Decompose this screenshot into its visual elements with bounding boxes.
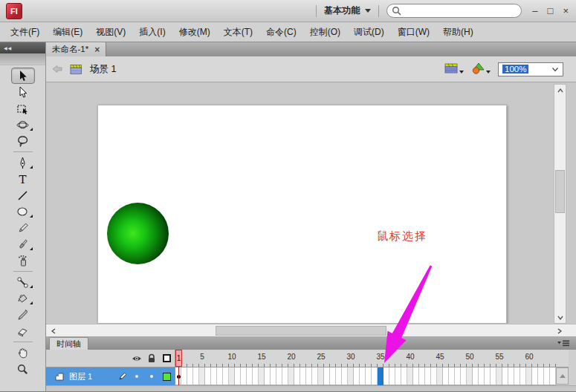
lasso-tool[interactable] xyxy=(11,133,35,149)
layer-frames-row[interactable] xyxy=(175,368,556,385)
menu-debug[interactable]: 调试(D) xyxy=(347,22,391,42)
menu-view[interactable]: 视图(V) xyxy=(89,22,132,42)
lock-all-toggle[interactable] xyxy=(146,353,158,363)
zoom-level-value: 100% xyxy=(502,65,528,74)
deco-tool[interactable] xyxy=(11,252,35,269)
subselection-tool[interactable] xyxy=(11,84,35,100)
menu-window[interactable]: 窗口(W) xyxy=(391,22,436,42)
menu-control[interactable]: 控制(O) xyxy=(303,22,347,42)
layer-visibility-dot[interactable] xyxy=(131,375,143,378)
dot-icon xyxy=(150,375,153,378)
menu-modify[interactable]: 修改(M) xyxy=(172,22,217,42)
chevron-right-icon xyxy=(557,328,562,334)
back-arrow-icon[interactable] xyxy=(52,65,62,74)
edit-symbols-button[interactable] xyxy=(471,62,491,76)
search-input[interactable] xyxy=(404,7,508,16)
outline-all-toggle[interactable] xyxy=(161,354,172,362)
ruler-ticks xyxy=(175,364,556,367)
scroll-down-button[interactable] xyxy=(554,312,566,323)
brush-tool[interactable] xyxy=(11,236,35,252)
hand-tool[interactable] xyxy=(11,344,35,361)
playhead[interactable]: 1 xyxy=(175,350,182,367)
eraser-tool[interactable] xyxy=(11,323,35,339)
layers-panel: 图层 1 xyxy=(46,350,175,385)
divider xyxy=(13,271,33,272)
collapse-arrows-icon: ◀◀ xyxy=(4,45,12,50)
text-tool[interactable]: T xyxy=(11,171,35,187)
bone-tool[interactable] xyxy=(11,274,35,290)
divider xyxy=(13,342,33,342)
menu-file[interactable]: 文件(F) xyxy=(4,22,46,42)
menu-insert[interactable]: 插入(I) xyxy=(132,22,172,42)
maximize-button[interactable]: □ xyxy=(548,6,554,16)
pencil-tool[interactable] xyxy=(11,220,35,236)
menu-edit[interactable]: 编辑(E) xyxy=(46,22,89,42)
zoom-tool[interactable] xyxy=(11,361,35,377)
document-tab[interactable]: 未命名-1* × xyxy=(46,42,106,56)
green-ball-object[interactable] xyxy=(107,203,169,264)
layer-edit-indicator xyxy=(116,372,128,382)
eraser-icon xyxy=(16,325,29,338)
tab-close-icon[interactable]: × xyxy=(94,45,100,55)
workspace-switcher[interactable]: 基本功能 xyxy=(324,4,371,17)
timeline-tab-bar: 时间轴 xyxy=(46,336,576,350)
layer-outline-color[interactable] xyxy=(161,373,172,381)
minimize-button[interactable]: – xyxy=(532,6,537,16)
pen-tool[interactable] xyxy=(11,154,35,171)
menu-text[interactable]: 文本(T) xyxy=(217,22,259,42)
green-square-icon xyxy=(163,373,171,381)
scene-icon xyxy=(70,64,82,75)
panel-collapse-button[interactable]: ◀◀ xyxy=(0,42,45,53)
paint-bucket-icon xyxy=(16,293,29,305)
ruler-label: 20 xyxy=(285,353,297,361)
ruler-label: 25 xyxy=(315,353,327,361)
vertical-scroll-thumb[interactable] xyxy=(555,170,565,213)
chevron-down-icon xyxy=(557,316,563,320)
menu-commands[interactable]: 命令(C) xyxy=(259,22,303,42)
edit-scene-button[interactable] xyxy=(444,62,464,76)
panel-grip[interactable] xyxy=(0,53,45,65)
3d-rotation-tool[interactable] xyxy=(11,117,35,133)
oval-tool[interactable] xyxy=(11,203,35,220)
scroll-right-button[interactable] xyxy=(554,325,565,336)
paint-bucket-tool[interactable] xyxy=(11,290,35,307)
menu-help[interactable]: 帮助(H) xyxy=(436,22,480,42)
eyedropper-tool[interactable] xyxy=(11,307,35,323)
brush-icon xyxy=(16,238,29,251)
search-box[interactable] xyxy=(386,4,522,18)
line-tool[interactable] xyxy=(11,187,35,203)
frames-area: 5 10 15 20 25 30 35 40 45 50 55 60 xyxy=(175,350,556,385)
zoom-level-combobox[interactable]: 100% xyxy=(498,62,563,76)
scroll-up-button[interactable] xyxy=(554,85,566,96)
ruler-label: 50 xyxy=(464,353,476,361)
layer-row-selected[interactable]: 图层 1 xyxy=(46,368,175,385)
ruler-label: 40 xyxy=(404,353,416,361)
selected-frame-35[interactable] xyxy=(378,368,384,385)
selection-arrow-icon xyxy=(16,70,29,82)
timeline-scroll-up-button[interactable] xyxy=(556,368,569,385)
timeline-tab[interactable]: 时间轴 xyxy=(49,337,88,350)
3d-rotation-icon xyxy=(16,119,29,131)
horizontal-scrollbar[interactable] xyxy=(46,324,576,336)
stage-canvas[interactable] xyxy=(97,105,507,324)
outline-square-icon xyxy=(163,354,171,362)
horizontal-scroll-thumb[interactable] xyxy=(216,326,386,336)
free-transform-tool[interactable] xyxy=(11,100,35,117)
breadcrumb-scene[interactable]: 场景 1 xyxy=(90,63,116,76)
pencil-icon xyxy=(117,372,127,382)
timeline-panel: 时间轴 图层 1 xyxy=(46,336,576,391)
chevron-left-icon xyxy=(51,328,56,334)
layer-lock-dot[interactable] xyxy=(146,375,158,378)
scroll-left-button[interactable] xyxy=(48,325,59,336)
ruler-label: 55 xyxy=(494,353,505,361)
vertical-scrollbar[interactable] xyxy=(554,84,566,324)
show-hide-all-toggle[interactable] xyxy=(131,354,143,363)
selection-tool[interactable] xyxy=(11,68,35,84)
frame-ruler[interactable]: 5 10 15 20 25 30 35 40 45 50 55 60 xyxy=(175,350,556,368)
ruler-label: 35 xyxy=(375,353,386,361)
eyedropper-icon xyxy=(16,309,29,321)
close-button[interactable]: × xyxy=(563,6,569,16)
bone-icon xyxy=(16,276,29,289)
oval-icon xyxy=(16,206,29,218)
panel-menu-icon[interactable] xyxy=(557,339,570,347)
